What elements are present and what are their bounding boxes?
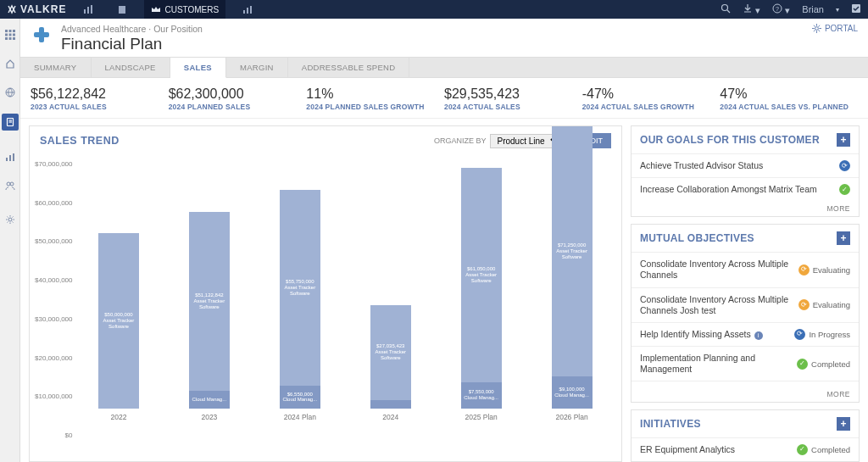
brand-mark-icon — [7, 4, 17, 14]
add-objective-button[interactable]: + — [837, 231, 850, 245]
kpi-value: 47% — [720, 86, 858, 102]
bar-segment-asset-tracker[interactable]: $51,122,842Asset Tracker Software — [189, 212, 230, 392]
tab-landscape[interactable]: LANDSCAPE — [92, 58, 170, 77]
status-label: Completed — [811, 359, 850, 369]
leftrail-home-icon[interactable] — [3, 56, 18, 71]
bar-segment-asset-tracker[interactable]: $50,000,000Asset Tracker Software — [98, 233, 139, 409]
kpi-label: 2024 PLANNED SALES GROWTH — [306, 103, 444, 111]
help-icon[interactable]: ? ▾ — [772, 3, 790, 16]
y-tick: $10,000,000 — [35, 392, 73, 400]
svg-point-28 — [7, 182, 10, 186]
svg-rect-18 — [5, 37, 8, 40]
svg-point-29 — [10, 182, 14, 186]
bar-segment-label: $7,550,000 Cloud Manag... — [461, 388, 502, 402]
tab-sales[interactable]: SALES — [170, 58, 226, 78]
svg-point-7 — [722, 5, 728, 11]
bar-column: $55,750,000Asset Tracker Software$6,550,… — [262, 190, 337, 421]
kpi-value: -47% — [582, 86, 721, 102]
portal-link[interactable]: PORTAL — [812, 24, 858, 33]
bar-segment-cloud-mgmt[interactable]: $9,100,000 Cloud Manag... — [552, 376, 593, 409]
goals-more-link[interactable]: MORE — [632, 201, 859, 216]
add-initiative-button[interactable]: + — [837, 417, 850, 431]
status-label: Evaluating — [813, 265, 850, 275]
objectives-panel: MUTUAL OBJECTIVES + Consolidate Inventor… — [631, 224, 860, 403]
leftrail-grid-icon[interactable] — [3, 27, 18, 42]
svg-rect-4 — [243, 10, 245, 14]
kpi-label: 2023 ACTUAL SALES — [31, 103, 169, 111]
status-dot-icon: ✓ — [839, 184, 850, 195]
y-tick: $60,000,000 — [35, 199, 73, 207]
bar-segment-label: $51,122,842Asset Tracker Software — [189, 292, 230, 311]
tab-summary[interactable]: SUMMARY — [20, 58, 92, 77]
leftrail-users-icon[interactable] — [3, 178, 18, 193]
bar-segment-cloud-mgmt[interactable] — [370, 400, 411, 409]
leftrail-page-icon[interactable] — [2, 114, 19, 131]
bar-segment-label: $27,035,423Asset Tracker Software — [370, 342, 411, 362]
kpi-row: $56,122,8422023 ACTUAL SALES $62,300,000… — [20, 78, 868, 119]
svg-rect-12 — [5, 30, 8, 32]
page-header: Advanced Healthcare · Our Position Finan… — [20, 19, 868, 57]
topnav-customers[interactable]: CUSTOMERS — [144, 0, 225, 19]
crown-icon — [151, 5, 161, 14]
bar-segment-asset-tracker[interactable]: $55,750,000Asset Tracker Software — [280, 190, 320, 386]
chart-title: SALES TREND — [40, 135, 120, 147]
bar-segment-asset-tracker[interactable]: $71,250,000Asset Tracker Software — [552, 126, 593, 376]
bar-column: $61,050,000Asset Tracker Software$7,550,… — [443, 168, 519, 421]
bar-segment-cloud-mgmt[interactable]: $7,550,000 Cloud Manag... — [461, 382, 502, 409]
tab-margin[interactable]: MARGIN — [226, 58, 288, 77]
main-content: Advanced Healthcare · Our Position Finan… — [20, 19, 868, 462]
bar-segment-label: $71,250,000Asset Tracker Software — [552, 242, 593, 261]
bar-segment-asset-tracker[interactable]: $61,050,000Asset Tracker Software — [461, 168, 502, 382]
organize-by-label: ORGANIZE BY — [434, 136, 487, 145]
status-dot-icon: ⟳ — [798, 299, 810, 310]
kpi-value: $56,122,842 — [31, 86, 169, 102]
page-title: Financial Plan — [61, 35, 203, 53]
bar-segment-cloud-mgmt[interactable]: $6,550,000 Cloud Manag... — [280, 386, 320, 409]
bar-segment-cloud-mgmt[interactable]: Cloud Manag... — [189, 391, 230, 409]
svg-rect-25 — [6, 158, 8, 161]
initiatives-panel: INITIATIVES + ER Equipment Analytics✓Com… — [631, 409, 860, 462]
user-name[interactable]: Brian — [802, 4, 824, 14]
add-goal-button[interactable]: + — [837, 133, 850, 147]
topnav-building-icon[interactable] — [110, 0, 134, 19]
svg-rect-32 — [34, 32, 49, 37]
kpi-value: 11% — [306, 86, 444, 102]
objective-text: Help Identify Missing Assets i — [640, 329, 789, 340]
goal-item[interactable]: Increase Collaboration Amongst Matrix Te… — [632, 177, 859, 201]
search-icon[interactable] — [721, 3, 731, 15]
bar-segment-label: $9,100,000 Cloud Manag... — [552, 386, 593, 399]
objective-item[interactable]: Help Identify Missing Assets i⟳In Progre… — [632, 322, 859, 346]
info-icon[interactable]: i — [754, 331, 763, 340]
svg-rect-14 — [13, 30, 15, 32]
goal-item[interactable]: Achieve Trusted Advisor Status⟳ — [632, 153, 859, 177]
objective-item[interactable]: Consolidate Inventory Across Multiple Ch… — [632, 252, 859, 287]
x-axis-label: 2024 — [382, 413, 398, 421]
bar-segment-label: Cloud Manag... — [192, 396, 228, 404]
bar-column: $71,250,000Asset Tracker Software$9,100,… — [534, 126, 609, 421]
bar-segment-asset-tracker[interactable]: $27,035,423Asset Tracker Software — [370, 305, 411, 400]
y-tick: $30,000,000 — [35, 315, 73, 323]
leftrail-globe-icon[interactable] — [3, 85, 18, 100]
status-dot-icon: ⟳ — [839, 160, 850, 171]
topnav-bar-icon[interactable] — [76, 0, 100, 19]
kpi-label: 2024 ACTUAL SALES VS. PLANNED — [720, 103, 858, 111]
kpi-label: 2024 PLANNED SALES — [169, 103, 307, 111]
objective-item[interactable]: Implementation Planning and Management ✓… — [632, 346, 859, 381]
x-axis-label: 2023 — [201, 413, 217, 421]
portal-label: PORTAL — [825, 24, 858, 33]
topnav-chart-icon[interactable] — [236, 0, 259, 19]
objectives-more-link[interactable]: MORE — [632, 387, 859, 402]
status-label: In Progress — [809, 330, 850, 339]
checkbox-icon[interactable] — [851, 3, 861, 15]
status-dot-icon: ⟳ — [794, 329, 805, 340]
initiative-item[interactable]: ER Equipment Analytics✓Completed — [632, 437, 859, 461]
objective-item[interactable]: Consolidate Inventory Across Multiple Ch… — [632, 287, 859, 322]
download-icon[interactable]: ▾ — [743, 3, 760, 16]
leftrail-chart-icon[interactable] — [3, 149, 18, 164]
svg-rect-13 — [8, 30, 11, 32]
leftrail-settings-icon[interactable] — [3, 212, 18, 227]
tab-addressable-spend[interactable]: ADDRESSABLE SPEND — [288, 58, 410, 77]
svg-rect-15 — [5, 34, 8, 36]
objective-text: Consolidate Inventory Across Multiple Ch… — [640, 259, 793, 281]
initiative-text: ER Equipment Analytics — [640, 444, 792, 455]
